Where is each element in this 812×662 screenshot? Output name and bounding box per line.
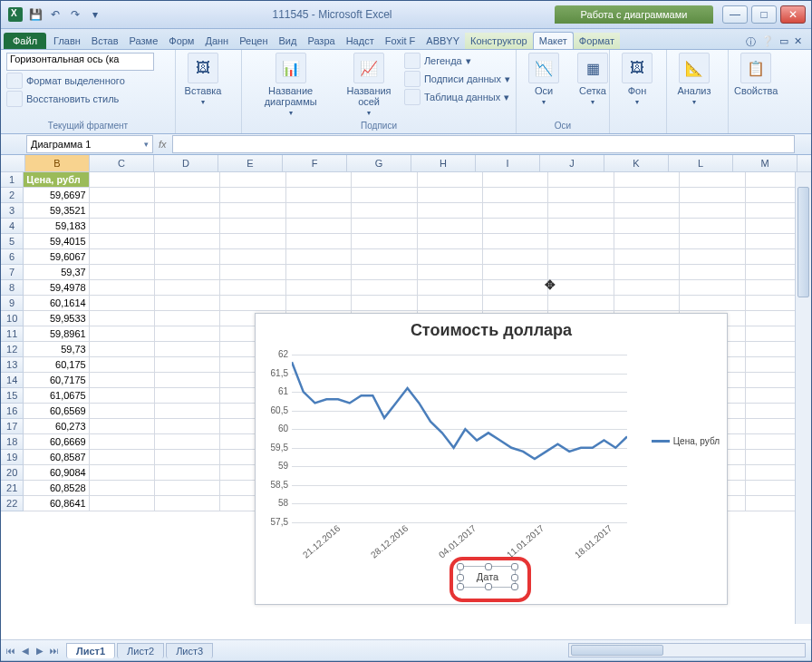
tab-chart-design[interactable]: Конструктор xyxy=(465,33,533,49)
tab-abbyy[interactable]: ABBYY xyxy=(420,33,465,49)
cell[interactable] xyxy=(155,450,220,465)
cell[interactable] xyxy=(220,219,285,234)
sheet-nav-next-icon[interactable]: ▶ xyxy=(34,646,46,656)
cell[interactable]: 60,7175 xyxy=(24,373,89,388)
cell[interactable]: 59,183 xyxy=(24,219,89,234)
cell[interactable] xyxy=(220,203,285,219)
cell[interactable] xyxy=(155,172,220,188)
cell[interactable] xyxy=(155,404,220,419)
cell[interactable] xyxy=(90,342,155,357)
x-axis-title[interactable]: Дата xyxy=(459,566,516,588)
sheet-nav-first-icon[interactable]: ⏮ xyxy=(5,646,17,656)
minimize-ribbon-icon[interactable]: ⓘ xyxy=(746,35,756,49)
sheet-tab[interactable]: Лист3 xyxy=(166,643,213,658)
row-header[interactable]: 12 xyxy=(1,342,24,357)
cell[interactable] xyxy=(155,388,220,404)
column-header[interactable]: F xyxy=(283,155,347,171)
properties-button[interactable]: 📋Свойства xyxy=(734,53,778,96)
row-header[interactable]: 17 xyxy=(1,419,24,434)
tab-home[interactable]: Главн xyxy=(48,33,86,49)
cell[interactable] xyxy=(548,172,614,188)
row-header[interactable]: 2 xyxy=(1,188,24,203)
cell[interactable]: 59,6067 xyxy=(24,249,89,265)
cell[interactable] xyxy=(155,188,220,203)
cell[interactable] xyxy=(483,172,548,188)
tab-chart-format[interactable]: Формат xyxy=(574,33,620,49)
cell[interactable] xyxy=(286,172,352,188)
cell[interactable] xyxy=(614,280,680,296)
tab-formulas[interactable]: Форм xyxy=(163,33,199,49)
cell[interactable] xyxy=(352,188,417,203)
cell[interactable] xyxy=(483,296,548,311)
cell[interactable] xyxy=(548,249,614,265)
row-header[interactable]: 9 xyxy=(1,296,24,311)
cell[interactable] xyxy=(90,311,155,326)
window-restore-icon[interactable]: ▭ xyxy=(779,35,788,49)
cell[interactable] xyxy=(680,219,745,234)
chart-legend[interactable]: Цена, рубл xyxy=(652,436,720,446)
cell[interactable] xyxy=(680,296,745,311)
cell[interactable] xyxy=(90,465,155,481)
cell[interactable]: 59,73 xyxy=(24,342,89,357)
column-header[interactable]: M xyxy=(733,155,798,171)
maximize-button[interactable]: □ xyxy=(751,5,777,24)
cell[interactable] xyxy=(418,203,483,219)
cell[interactable] xyxy=(90,404,155,419)
plot-area[interactable]: 57,55858,55959,56060,56161,562 xyxy=(292,355,627,522)
cell[interactable]: 59,4015 xyxy=(24,234,89,249)
cell[interactable] xyxy=(352,249,417,265)
formula-input[interactable] xyxy=(172,135,795,153)
cell[interactable] xyxy=(90,496,155,511)
cell[interactable] xyxy=(614,234,680,249)
row-header[interactable]: 7 xyxy=(1,265,24,280)
tab-data[interactable]: Данн xyxy=(199,33,234,49)
cell[interactable] xyxy=(680,188,745,203)
cell[interactable] xyxy=(680,234,745,249)
cell[interactable]: 59,3521 xyxy=(24,203,89,219)
cell[interactable] xyxy=(680,280,745,296)
cell[interactable] xyxy=(155,265,220,280)
tab-review[interactable]: Рецен xyxy=(234,33,273,49)
row-header[interactable]: 6 xyxy=(1,249,24,265)
cell[interactable] xyxy=(90,219,155,234)
row-header[interactable]: 18 xyxy=(1,434,24,450)
cell[interactable] xyxy=(220,296,285,311)
cell[interactable]: 60,8587 xyxy=(24,450,89,465)
cell[interactable]: 60,8528 xyxy=(24,481,89,496)
cell[interactable] xyxy=(286,296,352,311)
cell[interactable] xyxy=(155,203,220,219)
cell[interactable] xyxy=(418,280,483,296)
cell[interactable] xyxy=(352,203,417,219)
cell[interactable] xyxy=(418,172,483,188)
cell[interactable] xyxy=(90,203,155,219)
cell[interactable] xyxy=(352,219,417,234)
cell[interactable] xyxy=(286,234,352,249)
column-header[interactable]: D xyxy=(154,155,218,171)
minimize-button[interactable]: — xyxy=(722,5,748,24)
cell[interactable] xyxy=(90,234,155,249)
cell[interactable] xyxy=(418,219,483,234)
tab-addins[interactable]: Надст xyxy=(341,33,380,49)
cell[interactable] xyxy=(352,234,417,249)
legend-button[interactable]: Легенда ▾ xyxy=(404,53,510,69)
row-header[interactable]: 16 xyxy=(1,404,24,419)
cell[interactable] xyxy=(483,234,548,249)
cell[interactable] xyxy=(90,357,155,373)
cell[interactable] xyxy=(155,249,220,265)
vertical-scrollbar[interactable] xyxy=(795,172,811,624)
cell[interactable] xyxy=(548,203,614,219)
cell[interactable] xyxy=(352,265,417,280)
cell[interactable] xyxy=(418,265,483,280)
cell[interactable] xyxy=(220,249,285,265)
cell[interactable] xyxy=(680,203,745,219)
cell[interactable] xyxy=(483,280,548,296)
cell[interactable] xyxy=(155,234,220,249)
close-button[interactable]: ✕ xyxy=(780,5,806,24)
cell[interactable] xyxy=(220,234,285,249)
row-header[interactable]: 1 xyxy=(1,172,24,188)
cell[interactable] xyxy=(548,265,614,280)
cell[interactable] xyxy=(90,450,155,465)
gridlines-button[interactable]: ▦Сетка▾ xyxy=(571,53,614,106)
cell[interactable] xyxy=(90,434,155,450)
cell[interactable] xyxy=(286,203,352,219)
